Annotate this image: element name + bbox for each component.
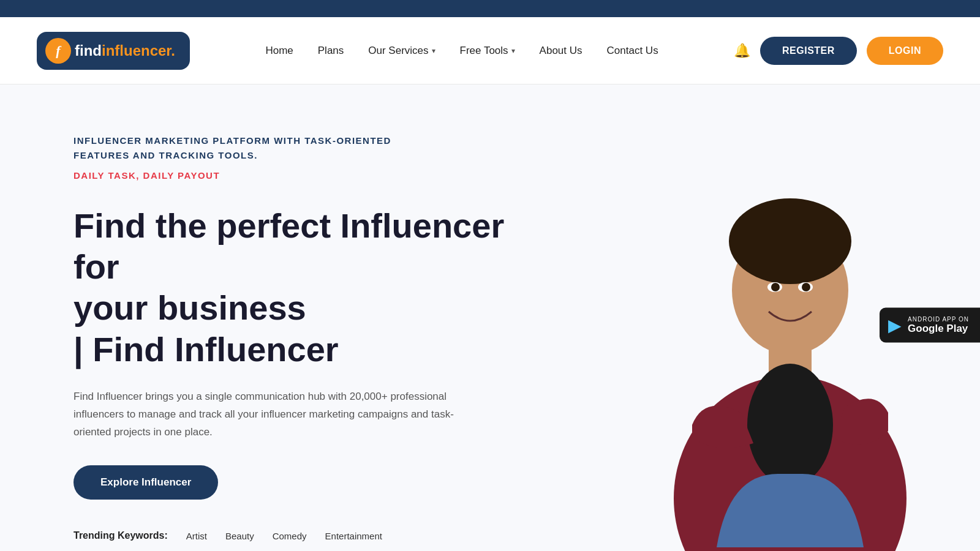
nav-link-about-us[interactable]: About Us (540, 45, 582, 57)
hero-image (637, 174, 943, 551)
hero-content: INFLUENCER MARKETING PLATFORM WITH TASK-… (74, 121, 539, 541)
nav-item-contact-us[interactable]: Contact Us (607, 45, 658, 57)
notification-bell-icon[interactable]: 🔔 (734, 43, 750, 59)
nav-links: Home Plans Our Services ▾ Free Tools ▾ A… (265, 45, 658, 57)
trending-tag-entertainment[interactable]: Entertainment (325, 531, 382, 541)
svg-point-2 (729, 198, 851, 284)
svg-point-4 (747, 364, 833, 486)
nav-actions: 🔔 REGISTER LOGIN (734, 37, 943, 65)
logo-icon: f (45, 38, 71, 64)
free-tools-dropdown-arrow: ▾ (511, 47, 515, 55)
google-play-icon: ▶ (888, 315, 902, 335)
nav-item-our-services[interactable]: Our Services ▾ (368, 45, 435, 57)
trending-tag-beauty[interactable]: Beauty (225, 531, 254, 541)
login-button[interactable]: LOGIN (867, 37, 943, 65)
trending-tag-comedy[interactable]: Comedy (273, 531, 307, 541)
nav-link-contact-us[interactable]: Contact Us (607, 45, 658, 57)
google-play-badge[interactable]: ▶ ANDROID APP ON Google Play (880, 308, 980, 343)
trending-tag-artist[interactable]: Artist (186, 531, 207, 541)
trending-label: Trending Keywords: (74, 530, 168, 541)
hero-person-svg (655, 180, 925, 551)
nav-item-free-tools[interactable]: Free Tools ▾ (460, 45, 515, 57)
nav-link-home[interactable]: Home (265, 45, 293, 57)
svg-point-7 (771, 283, 780, 291)
google-play-label: Google Play (908, 323, 969, 335)
explore-influencer-button[interactable]: Explore Influencer (74, 465, 218, 500)
google-play-text: ANDROID APP ON Google Play (908, 316, 969, 335)
hero-tagline: INFLUENCER MARKETING PLATFORM WITH TASK-… (74, 133, 539, 163)
nav-link-our-services[interactable]: Our Services ▾ (368, 45, 435, 57)
register-button[interactable]: REGISTER (760, 37, 857, 65)
navbar: f findinfluencer. Home Plans Our Service… (0, 17, 980, 84)
hero-tagline-accent: DAILY TASK, DAILY PAYOUT (74, 170, 539, 181)
nav-item-home[interactable]: Home (265, 45, 293, 57)
nav-link-free-tools[interactable]: Free Tools ▾ (460, 45, 515, 57)
nav-item-about-us[interactable]: About Us (540, 45, 582, 57)
trending-keywords: Trending Keywords: Artist Beauty Comedy … (74, 530, 539, 541)
google-play-prefix: ANDROID APP ON (908, 316, 969, 323)
our-services-dropdown-arrow: ▾ (432, 47, 435, 55)
nav-item-plans[interactable]: Plans (318, 45, 344, 57)
svg-point-8 (802, 283, 810, 291)
nav-link-plans[interactable]: Plans (318, 45, 344, 57)
hero-section: INFLUENCER MARKETING PLATFORM WITH TASK-… (0, 84, 980, 551)
hero-heading: Find the perfect Influencer for your bus… (74, 205, 539, 370)
logo[interactable]: f findinfluencer. (37, 32, 190, 70)
logo-text: findinfluencer. (75, 42, 175, 59)
top-bar (0, 0, 980, 17)
hero-description: Find Influencer brings you a single comm… (74, 388, 490, 441)
